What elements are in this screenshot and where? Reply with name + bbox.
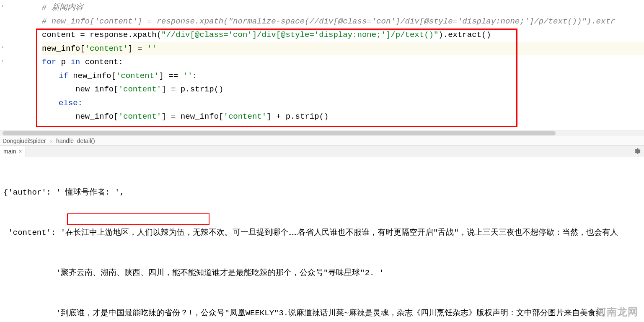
code-lines[interactable]: # 新闻内容 # new_info['content'] = response.… bbox=[0, 0, 644, 124]
annotation-box bbox=[67, 213, 209, 225]
code-line[interactable]: # new_info['content'] = response.xpath("… bbox=[42, 15, 644, 29]
code-editor[interactable]: ▸ ▸ ▸ # 新闻内容 # new_info['content'] = res… bbox=[0, 0, 644, 130]
chevron-right-icon: › bbox=[47, 138, 54, 144]
fold-marker-icon: ▸ bbox=[2, 59, 6, 63]
code-line[interactable]: # 新闻内容 bbox=[42, 1, 644, 15]
code-line[interactable]: for p in content: bbox=[42, 55, 644, 69]
code-line[interactable]: if new_info['content'] == '': bbox=[42, 69, 644, 83]
comment-text: # 新闻内容 bbox=[42, 3, 83, 12]
output-line: '聚齐云南、湖南、陕西、四川，能不能知道谁才是最能吃辣的那个，公众号"寻味星球"… bbox=[3, 266, 641, 280]
tab-main[interactable]: main × bbox=[0, 146, 26, 157]
code-line[interactable]: new_info['content'] = '' bbox=[42, 42, 644, 56]
breadcrumb: DongqiudiSpider › handle_detail() bbox=[0, 136, 644, 146]
fold-marker-icon: ▸ bbox=[2, 45, 6, 49]
output-console[interactable]: {'author': ' 懂球号作者: ', 'content': '在长江中上… bbox=[0, 157, 644, 322]
tab-bar: main × bbox=[0, 146, 644, 157]
output-line: '到底谁，才是中国最能吃辣的省份？!，公众号"凤凰WEEKLY"3.说麻道辣话川… bbox=[3, 306, 641, 320]
code-line[interactable]: else: bbox=[42, 96, 644, 110]
code-line[interactable]: new_info['content'] = new_info['content'… bbox=[42, 110, 644, 124]
output-line: 'content': '在长江中上游地区，人们以辣为伍，无辣不欢。可一旦提到哪个… bbox=[3, 226, 641, 239]
gear-icon[interactable] bbox=[633, 148, 641, 155]
comment-text: # new_info['content'] = response.xpath("… bbox=[42, 17, 615, 26]
scrollbar-thumb[interactable] bbox=[3, 131, 556, 135]
gutter: ▸ ▸ ▸ bbox=[0, 0, 8, 130]
code-line[interactable]: content = response.xpath("//div[@class='… bbox=[42, 28, 644, 42]
breadcrumb-item[interactable]: handle_detail() bbox=[56, 138, 95, 144]
fold-marker-icon: ▸ bbox=[2, 4, 6, 8]
tab-label: main bbox=[3, 148, 16, 155]
breadcrumb-item[interactable]: DongqiudiSpider bbox=[3, 138, 46, 144]
code-line[interactable]: new_info['content'] = p.strip() bbox=[42, 83, 644, 96]
close-icon[interactable]: × bbox=[18, 148, 22, 155]
horizontal-scrollbar[interactable] bbox=[0, 130, 644, 136]
output-line: {'author': ' 懂球号作者: ', bbox=[3, 186, 641, 199]
